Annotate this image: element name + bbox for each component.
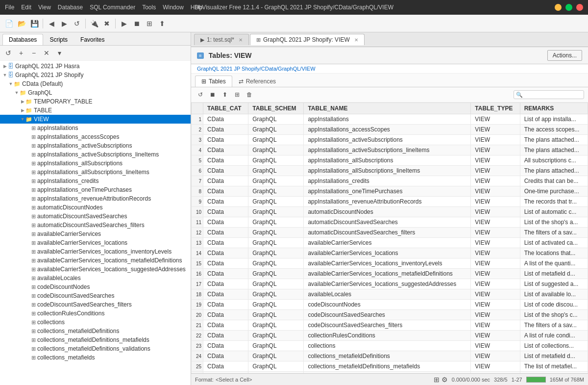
toolbar-open[interactable]: 📂 xyxy=(16,18,27,29)
tree-item[interactable]: ⊞codeDiscountNodes xyxy=(0,282,191,291)
tree-item[interactable]: ⊞availableCarrierServices_locations_inve… xyxy=(0,247,191,256)
tree-item[interactable]: ⊞appInstallations_activeSubscriptions_li… xyxy=(0,150,191,159)
table-row[interactable]: 1 CData GraphQL appInstallations VIEW Li… xyxy=(192,114,588,125)
table-row[interactable]: 10 CData GraphQL automaticDiscountNodes … xyxy=(192,207,588,217)
table-row[interactable]: 4 CData GraphQL appInstallations_activeS… xyxy=(192,145,588,155)
tree-item[interactable]: ⊞appInstallations_oneTimePurchases xyxy=(0,185,191,194)
table-row[interactable]: 17 CData GraphQL availableCarrierService… xyxy=(192,279,588,289)
toolbar-connect[interactable]: 🔌 xyxy=(88,18,100,29)
tree-item[interactable]: ⊞appInstallations_activeSubscriptions xyxy=(0,141,191,150)
tree-item[interactable]: ⊞availableCarrierServices_locations_sugg… xyxy=(0,265,191,274)
maximize-button[interactable] xyxy=(565,4,572,11)
toolbar-refresh[interactable]: ↺ xyxy=(71,18,83,29)
toolbar-save[interactable]: 💾 xyxy=(28,18,40,29)
close-button[interactable] xyxy=(576,4,583,11)
table-row[interactable]: 24 CData GraphQL collections_metafieldDe… xyxy=(192,351,588,361)
tree-item[interactable]: ⊞codeDiscountSavedSearches xyxy=(0,291,191,300)
tree-collapse-btn[interactable]: − xyxy=(28,47,40,59)
toolbar-new[interactable]: 📄 xyxy=(3,18,15,29)
toolbar-export[interactable]: ⬆ xyxy=(156,18,168,29)
tree-item[interactable]: ⊞collections_metafields xyxy=(0,353,191,362)
toolbar-disconnect[interactable]: ✖ xyxy=(101,18,113,29)
tab-favorites[interactable]: Favorites xyxy=(74,34,111,45)
menu-database[interactable]: Database xyxy=(58,4,83,11)
col-table-type[interactable]: TABLE_TYPE xyxy=(471,103,520,114)
table-refresh-btn[interactable]: ↺ xyxy=(195,89,206,100)
tree-item[interactable]: ⊞collections_metafieldDefinitions_metafi… xyxy=(0,335,191,344)
table-export-btn[interactable]: ⬆ xyxy=(220,89,230,100)
tree-item[interactable]: ▼📁VIEW xyxy=(0,115,191,124)
table-row[interactable]: 22 CData GraphQL collectionRulesConditio… xyxy=(192,331,588,341)
tree-item[interactable]: ⊞automaticDiscountSavedSearches_filters xyxy=(0,221,191,230)
minimize-button[interactable] xyxy=(555,4,562,11)
table-row[interactable]: 19 CData GraphQL codeDiscountNodes VIEW … xyxy=(192,300,588,310)
table-row[interactable]: 23 CData GraphQL collections VIEW List o… xyxy=(192,341,588,351)
tree-item[interactable]: ⊞codeDiscountSavedSearches_filters xyxy=(0,300,191,309)
menu-view[interactable]: View xyxy=(38,4,51,11)
table-row[interactable]: 18 CData GraphQL availableLocales VIEW L… xyxy=(192,289,588,300)
tree-item[interactable]: ⊞appInstallations_accessScopes xyxy=(0,132,191,141)
toolbar-run[interactable]: ▶ xyxy=(118,18,130,29)
tree-filter-btn[interactable]: ✕ xyxy=(41,47,52,59)
table-grid-btn[interactable]: ⊞ xyxy=(232,89,243,100)
table-row[interactable]: 7 CData GraphQL appInstallations_credits… xyxy=(192,176,588,186)
tree-item[interactable]: ⊞appInstallations_revenueAttributionReco… xyxy=(0,194,191,203)
inner-tab-tables[interactable]: ⊞ Tables xyxy=(195,76,232,87)
tree-item[interactable]: ⊞appInstallations_allSubscriptions_lineI… xyxy=(0,168,191,177)
col-remarks[interactable]: REMARKS xyxy=(520,103,588,114)
sql-tab-close[interactable]: ✕ xyxy=(239,37,243,43)
table-row[interactable]: 25 CData GraphQL collections_metafieldDe… xyxy=(192,361,588,372)
tree-item[interactable]: ▶📁TEMPORARY_TABLE xyxy=(0,97,191,106)
search-input[interactable] xyxy=(523,91,582,98)
table-row[interactable]: 3 CData GraphQL appInstallations_activeS… xyxy=(192,135,588,145)
tab-graphql[interactable]: ⊞ GraphQL 2021 JP Shopify: VIEW ✕ xyxy=(250,34,365,45)
tree-item[interactable]: ▼🗄GraphQL 2021 JP Shopify xyxy=(0,71,191,79)
table-row[interactable]: 2 CData GraphQL appInstallations_accessS… xyxy=(192,125,588,135)
table-stop-btn[interactable]: ⏹ xyxy=(207,89,218,100)
tree-item[interactable]: ⊞availableCarrierServices_locations xyxy=(0,238,191,247)
tree-item[interactable]: ⊞availableCarrierServices_locations_meta… xyxy=(0,256,191,265)
toolbar-back[interactable]: ◀ xyxy=(46,18,57,29)
tree-item[interactable]: ▼📁CData (Default) xyxy=(0,79,191,88)
tree-item[interactable]: ⊞collectionRulesConditions xyxy=(0,309,191,318)
tree-refresh-btn[interactable]: ↺ xyxy=(2,47,14,59)
tree-item[interactable]: ⊞collections xyxy=(0,318,191,327)
menu-sql-commander[interactable]: SQL Commander xyxy=(90,4,135,11)
menu-file[interactable]: File xyxy=(5,4,14,11)
table-row[interactable]: 16 CData GraphQL availableCarrierService… xyxy=(192,269,588,279)
menu-edit[interactable]: Edit xyxy=(21,4,31,11)
graphql-tab-close[interactable]: ✕ xyxy=(354,37,358,43)
table-row[interactable]: 12 CData GraphQL automaticDiscountSavedS… xyxy=(192,228,588,238)
table-row[interactable]: 8 CData GraphQL appInstallations_oneTime… xyxy=(192,186,588,197)
tab-databases[interactable]: Databases xyxy=(2,34,43,45)
table-row[interactable]: 5 CData GraphQL appInstallations_allSubs… xyxy=(192,155,588,166)
tree-item[interactable]: ▼📁GraphQL xyxy=(0,88,191,97)
col-table-schem[interactable]: TABLE_SCHEM xyxy=(248,103,304,114)
tree-item[interactable]: ⊞collections_metafieldDefinitions_valida… xyxy=(0,344,191,353)
tree-item[interactable]: ⊞automaticDiscountNodes xyxy=(0,203,191,212)
table-delete-btn[interactable]: 🗑 xyxy=(244,89,255,100)
tree-item[interactable]: ⊞availableLocales xyxy=(0,274,191,282)
toolbar-grid[interactable]: ⊞ xyxy=(144,18,155,29)
table-row[interactable]: 9 CData GraphQL appInstallations_revenue… xyxy=(192,197,588,207)
tab-sql[interactable]: ▶ 1: test.sql* ✕ xyxy=(194,34,249,45)
table-row[interactable]: 14 CData GraphQL availableCarrierService… xyxy=(192,248,588,258)
toolbar-stop[interactable]: ⏹ xyxy=(131,18,143,29)
table-row[interactable]: 20 CData GraphQL codeDiscountSavedSearch… xyxy=(192,310,588,320)
inner-tab-references[interactable]: ⇄ References xyxy=(232,76,282,87)
table-row[interactable]: 21 CData GraphQL codeDiscountSavedSearch… xyxy=(192,320,588,331)
data-table-container[interactable]: TABLE_CAT TABLE_SCHEM TABLE_NAME TABLE_T… xyxy=(191,103,588,373)
table-row[interactable]: 11 CData GraphQL automaticDiscountSavedS… xyxy=(192,217,588,228)
col-table-name[interactable]: TABLE_NAME xyxy=(304,103,471,114)
table-row[interactable]: 6 CData GraphQL appInstallations_allSubs… xyxy=(192,166,588,176)
tree-item[interactable]: ⊞appInstallations_credits xyxy=(0,177,191,185)
tree-options-btn[interactable]: ▾ xyxy=(53,47,65,59)
tree-item[interactable]: ⊞appInstallations xyxy=(0,124,191,132)
breadcrumb[interactable]: GraphQL 2021 JP Shopify/CData/GraphQL/VI… xyxy=(191,64,588,74)
col-table-cat[interactable]: TABLE_CAT xyxy=(203,103,248,114)
tab-scripts[interactable]: Scripts xyxy=(43,34,74,45)
tree-item[interactable]: ⊞appInstallations_allSubscriptions xyxy=(0,159,191,168)
tree-item[interactable]: ⊞availableCarrierServices xyxy=(0,230,191,238)
actions-button[interactable]: Actions... xyxy=(547,50,582,61)
table-row[interactable]: 13 CData GraphQL availableCarrierService… xyxy=(192,238,588,248)
